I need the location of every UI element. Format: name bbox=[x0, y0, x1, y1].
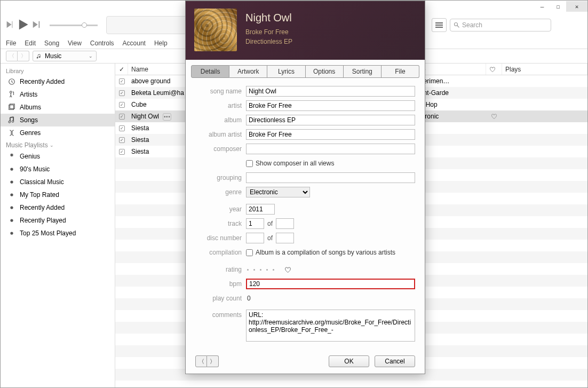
track-checkbox[interactable]: ✓ bbox=[119, 114, 125, 120]
sidebar-item-top25[interactable]: Top 25 Most Played bbox=[1, 227, 115, 240]
svg-line-1 bbox=[457, 26, 459, 28]
nav-forward-button[interactable]: 〉 bbox=[18, 51, 29, 61]
sidebar-item-genres[interactable]: Genres bbox=[1, 126, 115, 139]
list-menu-button[interactable] bbox=[432, 18, 447, 32]
menu-account[interactable]: Account bbox=[123, 39, 146, 47]
track-genre: p bbox=[417, 124, 486, 132]
album-field[interactable] bbox=[246, 115, 415, 125]
minimize-button[interactable]: — bbox=[534, 1, 550, 12]
label-album-artist: album artist bbox=[195, 131, 246, 138]
genre-select[interactable]: Electronic bbox=[246, 187, 310, 197]
album-artist-field[interactable] bbox=[246, 129, 415, 140]
track-genre: p bbox=[417, 148, 486, 155]
svg-point-8 bbox=[10, 193, 13, 196]
label-genre: genre bbox=[195, 188, 246, 196]
tab-options[interactable]: Options bbox=[306, 65, 344, 78]
sidebar-item-top-rated[interactable]: My Top Rated bbox=[1, 188, 115, 201]
label-composer: composer bbox=[195, 145, 246, 153]
next-track-icon[interactable] bbox=[31, 20, 41, 31]
tab-artwork[interactable]: Artwork bbox=[229, 65, 267, 78]
play-icon[interactable] bbox=[17, 18, 29, 33]
year-field[interactable] bbox=[246, 204, 275, 215]
sidebar-library-header: Library bbox=[1, 66, 115, 75]
sidebar-item-songs[interactable]: Songs bbox=[1, 114, 115, 126]
menu-edit[interactable]: Edit bbox=[25, 39, 36, 47]
label-compilation: compilation bbox=[195, 249, 246, 256]
chevron-updown-icon: ⌄ bbox=[89, 53, 93, 59]
music-note-icon bbox=[36, 53, 42, 59]
grouping-field[interactable] bbox=[246, 172, 415, 183]
heart-icon[interactable] bbox=[284, 266, 291, 273]
track-checkbox[interactable]: ✓ bbox=[119, 78, 125, 84]
svg-point-10 bbox=[10, 219, 13, 221]
rating-control[interactable] bbox=[246, 266, 291, 273]
next-song-button[interactable]: 〉 bbox=[207, 355, 219, 367]
track-checkbox[interactable]: ✓ bbox=[119, 137, 125, 143]
menu-controls[interactable]: Controls bbox=[90, 39, 114, 47]
artist-field[interactable] bbox=[246, 100, 415, 111]
track-checkbox[interactable]: ✓ bbox=[119, 125, 125, 131]
disc-of-field[interactable] bbox=[276, 233, 294, 243]
cancel-button[interactable]: Cancel bbox=[375, 355, 415, 367]
dialog-footer: 〈 〉 OK Cancel bbox=[186, 355, 425, 367]
track-checkbox[interactable]: ✓ bbox=[119, 149, 125, 155]
ok-button[interactable]: OK bbox=[329, 355, 369, 367]
dialog-title: Night Owl bbox=[245, 12, 292, 24]
track-genre: ctronic bbox=[417, 113, 486, 120]
comments-field[interactable]: URL: http://freemusicarchive.org/music/B… bbox=[246, 310, 415, 342]
menu-song[interactable]: Song bbox=[44, 39, 59, 47]
sidebar-item-albums[interactable]: Albums bbox=[1, 101, 115, 114]
menu-view[interactable]: View bbox=[68, 39, 82, 47]
track-field[interactable] bbox=[246, 218, 264, 229]
menu-help[interactable]: Help bbox=[154, 39, 168, 47]
column-genre[interactable]: re bbox=[417, 64, 486, 75]
song-name-field[interactable] bbox=[246, 86, 415, 97]
disc-field[interactable] bbox=[246, 233, 264, 243]
sidebar-item-genius[interactable]: Genius bbox=[1, 150, 115, 163]
label-play-count: play count bbox=[195, 295, 246, 302]
volume-slider[interactable] bbox=[50, 25, 98, 26]
prev-song-button[interactable]: 〈 bbox=[195, 355, 207, 367]
tab-file[interactable]: File bbox=[382, 65, 419, 78]
category-select[interactable]: Music ⌄ bbox=[33, 51, 97, 61]
tab-sorting[interactable]: Sorting bbox=[344, 65, 382, 78]
label-song-name: song name bbox=[195, 88, 246, 95]
maximize-button[interactable]: ☐ bbox=[550, 1, 566, 12]
track-checkbox[interactable]: ✓ bbox=[119, 102, 125, 108]
column-plays[interactable]: Plays bbox=[502, 64, 587, 75]
tab-lyrics[interactable]: Lyrics bbox=[267, 65, 305, 78]
menu-file[interactable]: File bbox=[6, 39, 16, 47]
more-icon[interactable]: ••• bbox=[163, 113, 171, 121]
track-genre: p-Hop bbox=[417, 101, 486, 108]
search-input[interactable]: Search bbox=[450, 19, 551, 31]
dialog-artist: Broke For Free bbox=[245, 27, 292, 37]
composer-field[interactable] bbox=[246, 144, 415, 154]
sidebar-item-90s[interactable]: 90's Music bbox=[1, 163, 115, 176]
label-track: track bbox=[195, 220, 246, 227]
sidebar-item-recently-added-pl[interactable]: Recently Added bbox=[1, 201, 115, 214]
close-button[interactable]: ✕ bbox=[566, 1, 587, 12]
sidebar-playlists-header[interactable]: Music Playlists⌄ bbox=[1, 139, 115, 150]
sidebar-item-recently-added[interactable]: Recently Added bbox=[1, 75, 115, 88]
track-genre: perimen… bbox=[417, 77, 486, 85]
label-rating: rating bbox=[195, 266, 246, 273]
svg-point-7 bbox=[10, 180, 13, 183]
tab-details[interactable]: Details bbox=[191, 65, 229, 78]
sidebar-item-recently-played[interactable]: Recently Played bbox=[1, 214, 115, 227]
nav-back-button[interactable]: 〈 bbox=[6, 51, 18, 61]
dialog-album: Directionless EP bbox=[245, 37, 292, 46]
column-check[interactable]: ✓ bbox=[115, 64, 128, 75]
sidebar-item-artists[interactable]: Artists bbox=[1, 88, 115, 101]
compilation-checkbox[interactable]: Album is a compilation of songs by vario… bbox=[246, 249, 395, 256]
track-of-field[interactable] bbox=[276, 218, 294, 229]
column-love[interactable] bbox=[486, 64, 502, 75]
sidebar-item-classical[interactable]: Classical Music bbox=[1, 176, 115, 188]
svg-point-9 bbox=[10, 206, 13, 209]
track-checkbox[interactable]: ✓ bbox=[119, 90, 125, 96]
show-composer-checkbox[interactable]: Show composer in all views bbox=[246, 160, 334, 167]
heart-icon[interactable] bbox=[491, 113, 497, 120]
dialog-header: Night Owl Broke For Free Directionless E… bbox=[186, 1, 425, 60]
prev-track-icon[interactable] bbox=[5, 20, 14, 31]
bpm-field[interactable] bbox=[246, 279, 415, 289]
label-comments: comments bbox=[195, 310, 246, 319]
